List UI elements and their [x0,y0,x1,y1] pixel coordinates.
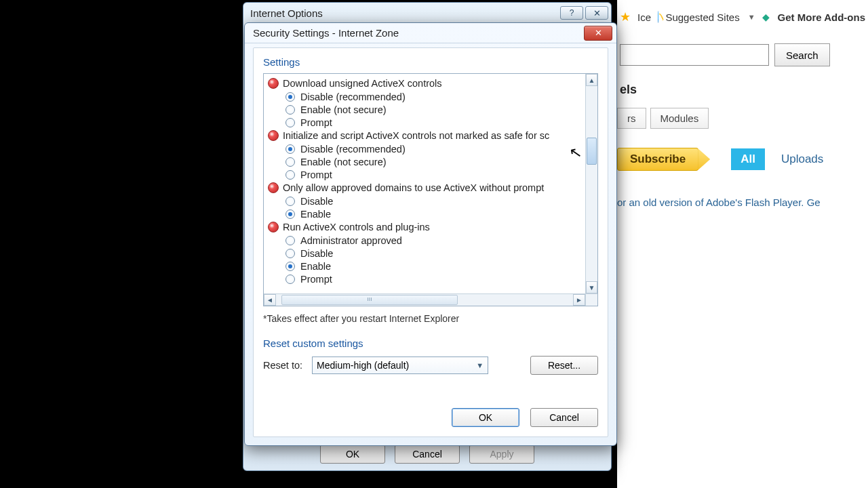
channel-tabs: rs Modules [617,101,868,136]
search-row: Search [617,31,868,79]
activex-icon [268,78,279,89]
ie-icon [658,11,658,23]
reset-row: Reset to: Medium-high (default) ▼ Reset.… [263,356,598,375]
suggested-sites-link[interactable]: Suggested Sites [665,12,739,23]
io-apply-button[interactable]: Apply [469,445,534,464]
radio-button[interactable] [285,274,295,284]
scroll-left-button[interactable]: ◄ [264,294,276,306]
internet-options-actions: OK Cancel Apply [243,445,611,464]
setting-option[interactable]: Enable [268,260,581,272]
settings-tree: Download unsigned ActiveX controlsDisabl… [263,73,598,306]
activex-icon [268,130,279,141]
setting-option-label: Disable (recommended) [300,144,406,155]
security-settings-dialog: Security Settings - Internet Zone ✕ Sett… [244,22,617,446]
setting-option-label: Disable (recommended) [300,92,406,102]
tab-rs[interactable]: rs [617,108,646,129]
radio-button[interactable] [285,105,295,115]
radio-button[interactable] [285,157,295,167]
vertical-scroll-track[interactable] [586,86,597,281]
setting-category: Initialize and script ActiveX controls n… [268,129,581,142]
security-settings-titlebar: Security Settings - Internet Zone ✕ [245,23,616,43]
setting-option[interactable]: Enable (not secure) [268,103,581,116]
setting-option-label: Disable [300,248,333,259]
horizontal-scrollbar[interactable]: ◄ ııı ► [264,293,585,306]
setting-option[interactable]: Disable [268,195,581,207]
security-settings-actions: OK Cancel [452,408,598,427]
horizontal-scroll-thumb[interactable]: ııı [281,295,458,305]
browser-background: ★ Ice Suggested Sites ▼ ◆ Get More Add-o… [617,0,868,488]
setting-category: Download unsigned ActiveX controls [268,77,581,90]
get-addons-link[interactable]: Get More Add-ons [778,12,865,23]
restart-note: *Takes effect after you restart Internet… [263,313,598,324]
setting-category-label: Initialize and script ActiveX controls n… [283,130,549,141]
favorite-icon: ★ [620,9,631,24]
ss-cancel-button[interactable]: Cancel [530,408,598,427]
close-button[interactable]: ✕ [585,6,608,20]
reset-level-combobox[interactable]: Medium-high (default) ▼ [312,357,488,374]
tab-modules[interactable]: Modules [650,108,709,129]
radio-button[interactable] [285,209,295,219]
scroll-right-button[interactable]: ► [573,294,585,306]
activex-icon [268,222,279,232]
settings-group-label: Settings [263,56,598,68]
search-input[interactable] [620,44,769,66]
ss-close-button[interactable]: ✕ [584,26,612,41]
security-settings-body: Settings Download unsigned ActiveX contr… [253,47,608,437]
settings-tree-viewport[interactable]: Download unsigned ActiveX controlsDisabl… [264,74,585,293]
setting-option[interactable]: Prompt [268,116,581,129]
scroll-up-button[interactable]: ▲ [586,74,597,86]
addon-icon: ◆ [762,12,770,22]
radio-button[interactable] [285,262,295,271]
favorites-bar: ★ Ice Suggested Sites ▼ ◆ Get More Add-o… [617,0,868,31]
io-ok-button[interactable]: OK [320,445,385,464]
radio-button[interactable] [285,197,295,206]
horizontal-scroll-track[interactable]: ııı [276,294,573,306]
setting-option-label: Disable [300,196,333,207]
setting-option[interactable]: Enable [268,207,581,220]
radio-button[interactable] [285,144,295,154]
setting-category: Only allow approved domains to use Activ… [268,181,581,195]
reset-button[interactable]: Reset... [530,356,598,375]
subscribe-button[interactable]: Subscribe [617,148,698,171]
chevron-down-icon[interactable]: ▼ [748,13,755,21]
activex-icon [268,182,279,193]
setting-option[interactable]: Disable (recommended) [268,90,581,103]
setting-option-label: Prompt [300,274,332,285]
setting-option[interactable]: Disable (recommended) [268,142,581,155]
ss-ok-button[interactable]: OK [452,408,519,427]
scroll-down-button[interactable]: ▼ [586,281,597,293]
io-cancel-button[interactable]: Cancel [395,445,460,464]
help-button[interactable]: ? [560,6,583,20]
vertical-scrollbar[interactable]: ▲ ▼ [585,74,597,293]
tab-uploads[interactable]: Uploads [774,148,830,170]
setting-category-label: Download unsigned ActiveX controls [283,78,442,89]
setting-option[interactable]: Administrator approved [268,234,581,247]
internet-options-titlebar: Internet Options ? ✕ [243,3,611,23]
vertical-scroll-thumb[interactable] [587,138,597,165]
radio-button[interactable] [285,92,295,102]
setting-option-label: Enable [300,209,331,220]
flash-warning-text: or an old version of Adobe's Flash Playe… [617,183,868,222]
setting-option-label: Enable (not secure) [300,104,387,115]
setting-option-label: Administrator approved [300,235,402,246]
channels-heading: els [617,79,868,101]
chevron-down-icon: ▼ [476,361,484,369]
setting-option[interactable]: Prompt [268,272,581,285]
setting-option-label: Prompt [300,169,332,180]
subscribe-row: Subscribe All Uploads [617,136,868,183]
setting-option[interactable]: Disable [268,247,581,260]
security-settings-title: Security Settings - Internet Zone [253,27,399,39]
radio-button[interactable] [285,118,295,127]
setting-category-label: Run ActiveX controls and plug-ins [283,222,430,232]
tab-all[interactable]: All [731,148,765,170]
setting-category: Run ActiveX controls and plug-ins [268,220,581,234]
setting-option[interactable]: Prompt [268,168,581,181]
radio-button[interactable] [285,236,295,245]
radio-button[interactable] [285,170,295,180]
setting-category-label: Only allow approved domains to use Activ… [283,182,544,193]
radio-button[interactable] [285,249,295,258]
ice-link[interactable]: Ice [637,12,651,23]
setting-option[interactable]: Enable (not secure) [268,155,581,168]
scroll-corner [585,293,597,306]
search-button[interactable]: Search [774,43,830,66]
